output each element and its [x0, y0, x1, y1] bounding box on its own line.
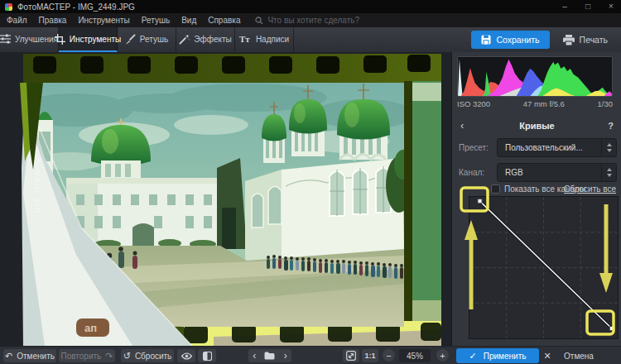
apply-label: Применить: [484, 352, 527, 361]
menu-view[interactable]: Вид: [181, 16, 196, 25]
title-bar: ФотоМАСТЕР - IMG_2449.JPG – □ ×: [0, 0, 621, 13]
zoom-out-button[interactable]: −: [383, 349, 395, 362]
eye-icon: [181, 352, 192, 360]
zoom-in-button[interactable]: +: [436, 349, 449, 362]
spinner-arrows-icon[interactable]: [601, 164, 616, 181]
save-label: Сохранить: [496, 35, 539, 45]
redo-icon: ↷: [105, 352, 113, 361]
print-label: Печать: [580, 35, 608, 45]
zoom-level-value: 45%: [407, 352, 423, 361]
tab-captions[interactable]: Tт Надписи: [235, 27, 294, 52]
cancel-button[interactable]: Отмена: [556, 349, 601, 362]
before-after-button[interactable]: [198, 349, 216, 362]
zoom-100-label: 1:1: [364, 352, 375, 360]
search-placeholder: Что вы хотите сделать?: [267, 16, 359, 25]
preset-label: Пресет:: [459, 143, 489, 152]
tab-effects[interactable]: Эффекты: [176, 27, 235, 52]
apply-button[interactable]: ✓ Применить: [456, 348, 539, 363]
curve-svg: [469, 197, 618, 338]
menu-bar: Файл Правка Инструменты Ретушь Вид Справ…: [0, 13, 621, 27]
lens-value: 47 mm f/5.6: [523, 99, 565, 108]
reset-button[interactable]: ↺ Сбросить: [121, 349, 174, 362]
shutter-value: 1/30: [598, 99, 614, 108]
zoom-100-button[interactable]: 1:1: [362, 349, 378, 362]
undo-label: Отменить: [17, 352, 55, 361]
redo-label: Повторить: [60, 352, 101, 361]
reset-label: Сбросить: [135, 352, 171, 361]
search-box[interactable]: Что вы хотите сделать?: [255, 16, 359, 25]
exif-row: ISO 3200 47 mm f/5.6 1/30: [457, 99, 613, 108]
menu-retouch[interactable]: Ретушь: [142, 16, 170, 25]
magic-wand-icon: [179, 34, 190, 45]
tab-label: Надписи: [256, 35, 289, 44]
film-edge-text: e-mail. yin: [33, 158, 42, 214]
iso-value: ISO 3200: [457, 99, 490, 108]
channel-label: Канал:: [459, 168, 484, 177]
save-button[interactable]: Сохранить: [471, 31, 549, 49]
menu-tools[interactable]: Инструменты: [78, 16, 129, 25]
histogram: [457, 56, 613, 97]
channel-select[interactable]: RGB: [497, 163, 617, 182]
redo-button[interactable]: Повторить ↷: [59, 349, 115, 362]
tool-tab-bar: Улучшения Инструменты Ретушь Эффекты Tт: [0, 27, 621, 52]
cancel-label: Отмена: [564, 352, 594, 361]
menu-help[interactable]: Справка: [208, 16, 240, 25]
search-icon: [255, 17, 263, 25]
menu-edit[interactable]: Правка: [39, 16, 67, 25]
printer-icon: [563, 35, 575, 46]
paper-corner-label: ап: [84, 322, 97, 334]
curve-handle[interactable]: [478, 199, 482, 204]
next-photo-icon[interactable]: ›: [284, 350, 287, 362]
photo-canvas[interactable]: e-mail. yin ап: [0, 52, 451, 346]
app-logo-icon: [5, 3, 12, 11]
menu-file[interactable]: Файл: [7, 16, 27, 25]
curves-grid[interactable]: [469, 196, 619, 339]
folder-icon[interactable]: [264, 352, 275, 360]
show-all-channels-checkbox[interactable]: [491, 184, 500, 194]
curves-header: ‹ Кривые ?: [452, 117, 621, 134]
undo-button[interactable]: ↶ Отменить: [3, 349, 56, 362]
curve-handle[interactable]: [609, 327, 614, 331]
undo-icon: ↶: [5, 352, 12, 361]
cancel-x-icon[interactable]: ✕: [540, 349, 555, 362]
tab-label: Эффекты: [194, 35, 231, 44]
tab-label: Ретушь: [140, 35, 168, 44]
right-panel: ISO 3200 47 mm f/5.6 1/30 ‹ Кривые ? Пре…: [451, 52, 621, 346]
back-chevron-icon[interactable]: ‹: [460, 118, 464, 133]
preview-original-button[interactable]: [177, 349, 195, 362]
print-button[interactable]: Печать: [556, 31, 614, 49]
histogram-svg: [458, 57, 612, 96]
preset-value: Пользовательский...: [498, 143, 601, 152]
help-icon[interactable]: ?: [608, 121, 614, 131]
fit-screen-button[interactable]: [343, 349, 359, 362]
brush-icon: [125, 34, 136, 45]
panel-title: Кривые: [452, 121, 621, 131]
spinner-arrows-icon[interactable]: [601, 139, 616, 156]
reset-icon: ↺: [123, 352, 131, 361]
svg-text:Tт: Tт: [239, 34, 250, 44]
crop-icon: [55, 34, 65, 45]
prev-photo-icon[interactable]: ‹: [253, 350, 256, 362]
channel-value: RGB: [498, 168, 601, 177]
fit-screen-icon: [346, 351, 356, 361]
photo-navigation: ‹ ›: [248, 349, 291, 362]
check-icon: ✓: [469, 352, 477, 361]
tab-label: Инструменты: [70, 35, 121, 44]
app-window: ФотоМАСТЕР - IMG_2449.JPG – □ × Файл Пра…: [0, 0, 621, 364]
window-title: ФотоМАСТЕР - IMG_2449.JPG: [17, 2, 135, 12]
status-bar: ↶ Отменить Повторить ↷ ↺ Сбросить ‹: [0, 346, 621, 364]
close-icon[interactable]: ×: [606, 0, 616, 13]
preset-select[interactable]: Пользовательский...: [497, 138, 617, 157]
compare-icon: [203, 352, 212, 361]
text-icon: Tт: [239, 34, 252, 44]
tab-enhancements[interactable]: Улучшения: [0, 27, 59, 52]
zoom-level[interactable]: 45%: [399, 349, 431, 362]
maximize-icon[interactable]: □: [583, 0, 593, 13]
tab-tools[interactable]: Инструменты: [59, 27, 118, 52]
sliders-icon: [0, 34, 11, 44]
tab-retouch[interactable]: Ретушь: [118, 27, 176, 52]
minimize-icon[interactable]: –: [560, 0, 570, 13]
floppy-disk-icon: [481, 35, 491, 45]
film-photo: e-mail. yin ап: [0, 52, 451, 346]
reset-all-link[interactable]: Сбросить все: [564, 184, 616, 194]
